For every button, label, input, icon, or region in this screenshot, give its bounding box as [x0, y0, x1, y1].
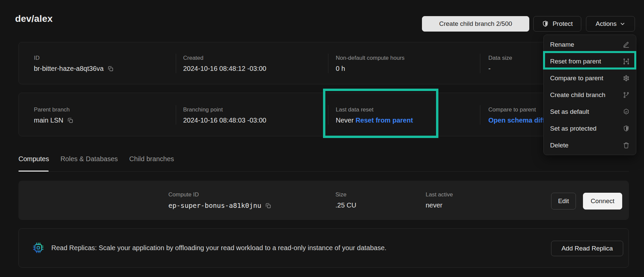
compute-id-value: ep-super-bonus-a81k0jnu: [168, 201, 261, 210]
field-label: ID: [34, 55, 114, 61]
menu-item-label: Rename: [550, 41, 574, 48]
menu-item-label: Delete: [550, 142, 569, 149]
field-last-data-reset: Last data reset Never Reset from parent: [336, 106, 413, 124]
schema-graph-icon: [623, 75, 630, 82]
open-schema-diff-link[interactable]: Open schema diff: [488, 117, 545, 124]
read-replicas-message: Read Replicas: Scale your application by…: [51, 244, 386, 252]
actions-label: Actions: [596, 20, 616, 28]
field-label: Parent branch: [34, 106, 74, 113]
branching-point-value: 2024-10-16 08:48:03 -03:00: [183, 117, 266, 124]
divider: [176, 105, 176, 125]
divider: [328, 54, 328, 73]
menu-item-compare-to-parent[interactable]: Compare to parent: [544, 70, 636, 87]
field-branching-point: Branching point 2024-10-16 08:48:03 -03:…: [183, 106, 266, 124]
divider: [480, 54, 480, 73]
field-label: Compare to parent: [488, 106, 545, 113]
divider: [328, 105, 328, 125]
field-compare-to-parent: Compare to parent Open schema diff: [488, 106, 545, 124]
field-label: Last active: [426, 191, 453, 198]
protect-button[interactable]: Protect: [533, 16, 581, 32]
field-label: Last data reset: [336, 106, 413, 113]
protect-label: Protect: [552, 20, 573, 28]
badge-check-icon: [623, 108, 630, 116]
shield-icon: [542, 20, 549, 28]
menu-item-create-child-branch[interactable]: Create child branch: [544, 87, 636, 103]
field-label: Non-default compute hours: [336, 55, 405, 61]
parent-branch-value: main LSN: [34, 117, 63, 124]
field-data-size: Data size -: [488, 55, 512, 73]
menu-item-set-as-protected[interactable]: Set as protected: [544, 120, 636, 137]
field-label: Created: [183, 55, 266, 61]
parent-info-card: Parent branch main LSN Branching point 2…: [18, 93, 629, 136]
menu-item-reset-from-parent[interactable]: Reset from parent: [544, 53, 636, 70]
actions-button[interactable]: Actions: [586, 16, 635, 32]
copy-icon[interactable]: [107, 66, 114, 74]
divider: [176, 54, 176, 73]
create-child-branch-button[interactable]: Create child branch 2/500: [422, 16, 529, 32]
tab-roles-databases[interactable]: Roles & Databases: [60, 155, 118, 171]
field-label: Data size: [488, 55, 512, 61]
field-label: Size: [335, 191, 356, 198]
tabs-divider: [18, 171, 629, 172]
branch-tabs: Computes Roles & Databases Child branche…: [18, 155, 174, 171]
actions-dropdown-menu: Rename Reset from parent Compare to pare…: [543, 35, 636, 155]
field-label: Branching point: [183, 106, 266, 113]
page-title: dev/alex: [15, 13, 53, 24]
compute-hours-value: 0 h: [336, 65, 405, 73]
last-active-value: never: [426, 201, 453, 209]
menu-item-set-as-default[interactable]: Set as default: [544, 103, 636, 120]
tab-child-branches[interactable]: Child branches: [129, 155, 174, 171]
menu-item-label: Compare to parent: [550, 75, 603, 82]
copy-icon[interactable]: [67, 118, 74, 125]
divider: [480, 105, 480, 125]
shield-half-icon: [623, 125, 630, 132]
create-child-branch-label: Create child branch 2/500: [439, 20, 512, 28]
chevron-down-icon: [620, 21, 625, 27]
field-compute-hours: Non-default compute hours 0 h: [336, 55, 405, 73]
field-compute-id: Compute ID ep-super-bonus-a81k0jnu: [168, 191, 272, 211]
data-size-value: -: [488, 65, 512, 73]
last-reset-value: Never: [336, 117, 354, 124]
git-branch-icon: [623, 91, 630, 99]
field-branch-id: ID br-bitter-haze-a8qt36va: [34, 55, 114, 74]
menu-item-label: Create child branch: [550, 91, 605, 99]
size-value: .25 CU: [335, 201, 356, 209]
trash-icon: [623, 142, 630, 149]
branch-id-value: br-bitter-haze-a8qt36va: [34, 65, 104, 72]
reset-from-parent-link[interactable]: Reset from parent: [356, 117, 413, 124]
chip-icon: [32, 241, 45, 256]
menu-item-label: Set as default: [550, 108, 589, 116]
active-tab-underline: [18, 171, 49, 172]
copy-icon[interactable]: [265, 203, 272, 211]
created-value: 2024-10-16 08:48:12 -03:00: [183, 65, 266, 73]
pencil-icon: [623, 41, 630, 48]
field-size: Size .25 CU: [335, 191, 356, 209]
branch-overview-card: ID br-bitter-haze-a8qt36va Created 2024-…: [18, 42, 629, 84]
menu-item-label: Set as protected: [550, 125, 596, 132]
compute-row: Primary ACTIVE Compute ID ep-super-bonus…: [18, 181, 629, 220]
connect-button[interactable]: Connect: [583, 193, 622, 210]
menu-item-label: Reset from parent: [550, 58, 601, 65]
field-label: Compute ID: [168, 191, 272, 198]
reset-from-parent-icon: [623, 58, 630, 65]
menu-item-rename[interactable]: Rename: [544, 36, 636, 53]
menu-item-delete[interactable]: Delete: [544, 137, 636, 154]
field-created: Created 2024-10-16 08:48:12 -03:00: [183, 55, 266, 73]
field-last-active: Last active never: [426, 191, 453, 209]
add-read-replica-button[interactable]: Add Read Replica: [551, 241, 623, 256]
edit-button[interactable]: Edit: [551, 193, 576, 210]
tab-computes[interactable]: Computes: [18, 155, 49, 171]
field-parent-branch: Parent branch main LSN: [34, 106, 74, 126]
